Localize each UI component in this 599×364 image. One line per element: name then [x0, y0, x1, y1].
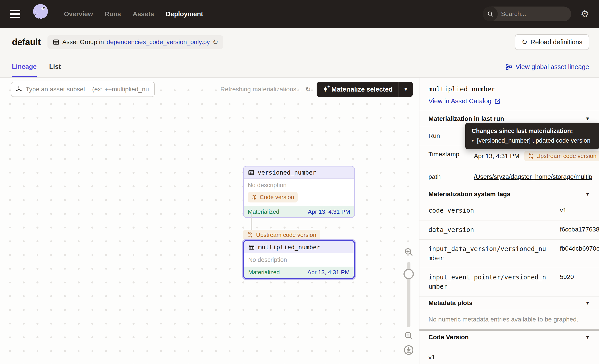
- view-in-asset-catalog-link[interactable]: View in Asset Catalog: [428, 97, 590, 105]
- zoom-controls: [401, 247, 416, 356]
- tag-value: fb04dcb6970c: [553, 240, 599, 258]
- tab-list[interactable]: List: [49, 56, 61, 77]
- panel-asset-name: multiplied_number: [428, 85, 590, 93]
- asset-node-description: No description: [248, 256, 350, 263]
- materialize-options-caret[interactable]: ▼: [398, 82, 413, 97]
- tag-key: data_version: [419, 220, 553, 240]
- asset-group-file-link[interactable]: dependencies_code_version_only.py: [107, 38, 210, 46]
- lineage-icon: [505, 63, 512, 70]
- nav-item-deployment[interactable]: Deployment: [166, 10, 203, 18]
- op-selector-icon: [15, 86, 23, 93]
- upstream-code-version-badge[interactable]: Upstream code version: [243, 230, 320, 240]
- materialized-status: Materialized: [248, 208, 279, 215]
- asset-group-prefix: Asset Group in: [62, 38, 104, 46]
- page-title: default: [12, 37, 41, 47]
- download-image-icon[interactable]: [403, 344, 414, 356]
- refresh-group-icon[interactable]: ↻: [213, 39, 218, 45]
- table-row: input_data_version/versioned_number fb04…: [419, 240, 599, 268]
- horizontal-scrollbar[interactable]: [419, 329, 599, 331]
- tag-key: input_data_version/versioned_number: [419, 240, 553, 268]
- materialize-selected-button[interactable]: ✦✦ Materialize selected: [317, 82, 398, 97]
- row-label: Timestamp: [419, 145, 467, 168]
- reload-definitions-button[interactable]: ↻ Reload definitions: [515, 34, 589, 50]
- section-materialization-system-tags[interactable]: Materialization system tags ▼: [419, 187, 599, 201]
- metadata-plots-empty-message: No numeric metadata entries available to…: [419, 310, 599, 329]
- asset-table-icon: [248, 244, 255, 251]
- global-search[interactable]: /: [483, 7, 571, 21]
- gear-icon[interactable]: ⚙: [581, 9, 589, 19]
- row-label: Run: [419, 127, 467, 145]
- refresh-materializations-icon[interactable]: ↻: [305, 86, 311, 93]
- search-input[interactable]: [498, 10, 571, 17]
- asset-node-name: versioned_number: [258, 169, 316, 176]
- zoom-out-icon[interactable]: [404, 330, 414, 341]
- tag-value: v1: [553, 201, 599, 219]
- table-row: data_version f6ccba177638: [419, 220, 599, 240]
- section-metadata-plots[interactable]: Metadata plots ▼: [419, 296, 599, 310]
- tab-lineage[interactable]: Lineage: [12, 56, 37, 77]
- page-header: default Asset Group in dependencies_code…: [0, 28, 599, 56]
- code-version-warning-icon: [528, 153, 534, 159]
- lineage-edge: [251, 213, 252, 230]
- zoom-slider-handle[interactable]: [404, 269, 414, 279]
- collapse-caret-icon[interactable]: ▼: [585, 334, 590, 340]
- section-code-version[interactable]: Code Version ▼: [419, 331, 599, 344]
- search-icon: [483, 7, 498, 21]
- collapse-caret-icon[interactable]: ▼: [585, 116, 590, 122]
- upstream-code-version-badge[interactable]: Upstream code version: [524, 151, 599, 161]
- nav-item-runs[interactable]: Runs: [105, 10, 121, 18]
- changes-tooltip: Changes since last materialization: • [v…: [465, 123, 599, 149]
- collapse-caret-icon[interactable]: ▼: [585, 300, 590, 306]
- collapse-caret-icon[interactable]: ▼: [585, 191, 590, 197]
- dagster-logo-icon[interactable]: [29, 2, 51, 26]
- code-version-value: v1: [419, 344, 599, 364]
- tooltip-item-text: [versioned_number] updated code version: [477, 137, 590, 144]
- code-version-warning-icon: [247, 232, 253, 238]
- tabs-row: Lineage List View global asset lineage: [0, 56, 599, 78]
- asset-detail-panel: multiplied_number View in Asset Catalog …: [419, 78, 599, 364]
- tag-value: f6ccba177638: [553, 220, 599, 238]
- asset-table-icon: [248, 169, 255, 176]
- view-global-asset-lineage-link[interactable]: View global asset lineage: [505, 56, 589, 77]
- reload-icon: ↻: [522, 39, 527, 45]
- tag-key: code_version: [419, 201, 553, 220]
- tag-value: 5920: [553, 268, 599, 286]
- table-row: code_version v1: [419, 201, 599, 220]
- table-row: path /Users/sryza/dagster_home/storage/m…: [419, 168, 599, 187]
- asset-node-versioned-number[interactable]: versioned_number No description Code ver…: [243, 166, 355, 218]
- code-version-warning-icon: [251, 194, 257, 200]
- nav-links: Overview Runs Assets Deployment: [64, 10, 203, 18]
- code-version-tag[interactable]: Code version: [248, 192, 298, 202]
- materialized-timestamp[interactable]: Apr 13, 4:31 PM: [307, 269, 350, 276]
- asset-node-multiplied-number[interactable]: multiplied_number No description Materia…: [243, 240, 355, 279]
- zoom-slider[interactable]: [407, 262, 410, 327]
- tooltip-title: Changes since last materialization:: [472, 128, 593, 135]
- nav-item-overview[interactable]: Overview: [64, 10, 93, 18]
- tag-key: input_event_pointer/versioned_number: [419, 268, 553, 296]
- timestamp-value[interactable]: Apr 13, 4:31 PM: [474, 153, 519, 160]
- materialize-selected-split-button: ✦✦ Materialize selected ▼: [317, 82, 413, 97]
- asset-subset-filter[interactable]: [11, 82, 155, 97]
- row-label: path: [419, 168, 467, 187]
- asset-node-description: No description: [248, 182, 350, 189]
- asset-group-pill: Asset Group in dependencies_code_version…: [47, 35, 223, 49]
- asset-node-name: multiplied_number: [258, 244, 320, 251]
- table-row: input_event_pointer/versioned_number 592…: [419, 268, 599, 296]
- nav-item-assets[interactable]: Assets: [132, 10, 154, 18]
- caret-down-icon: ▼: [404, 87, 408, 92]
- lineage-canvas[interactable]: Refreshing materializations... ↻ ✦✦ Mate…: [0, 78, 419, 364]
- materialized-timestamp[interactable]: Apr 13, 4:31 PM: [308, 208, 350, 215]
- sparkle-icon: ✦✦: [322, 86, 328, 93]
- materialized-status: Materialized: [248, 269, 280, 276]
- external-link-icon: [494, 98, 501, 105]
- top-nav: Overview Runs Assets Deployment / ⚙: [0, 0, 599, 28]
- menu-icon[interactable]: [10, 10, 20, 18]
- zoom-in-icon[interactable]: [404, 247, 414, 257]
- asset-group-icon: [53, 38, 60, 46]
- path-link[interactable]: /Users/sryza/dagster_home/storage/multip: [474, 173, 592, 180]
- asset-subset-input[interactable]: [26, 86, 150, 93]
- refresh-status: Refreshing materializations... ↻: [220, 86, 311, 93]
- bullet-icon: •: [472, 137, 474, 144]
